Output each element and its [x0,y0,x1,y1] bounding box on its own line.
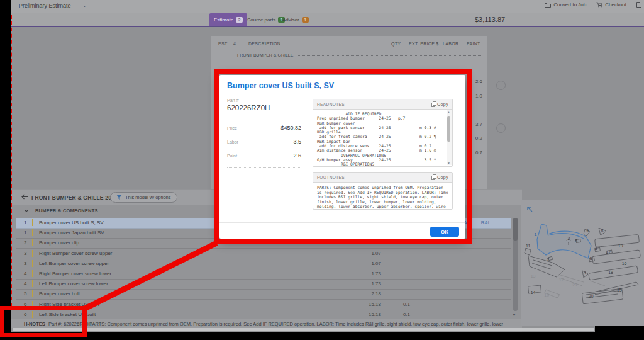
diagram-part-number: 10 [544,293,549,297]
row-price: 1.07 [356,261,381,266]
diagram-part-number: 1 [535,232,537,237]
paint-cell-value: 2.6 [475,79,482,84]
row-number: 3 [24,251,26,256]
diagram-part-number: 7 [547,258,549,262]
tab-source-parts-label: Source parts [247,17,275,23]
diagram-part-number: 8 [601,229,603,233]
row-name: Bumper cover US built S, SV [39,220,104,225]
row-name: Right Bumper cover screw lower [39,271,111,276]
diagram-part-number: 4 [584,270,586,275]
row-accent-bar [32,250,33,257]
row-labor: 0.1 [387,302,410,307]
row-price: 15.18 [356,312,381,317]
row-name: Bumper cover clip [39,240,79,246]
diagram-part-number: 14 [531,290,536,295]
row-price: 2.18 [356,291,381,297]
line-status-circle-icon[interactable] [496,123,506,133]
hnotes-footer-bar: H-NOTES Part #: 620226RZ0H PARTS: Compon… [11,319,522,328]
row-price: 1.73 [356,281,381,286]
annotation-source-rect [0,306,87,337]
row-name: Right Bumper cover screw upper [39,251,113,256]
tab-advisor[interactable]: Advisor 1 [278,13,313,26]
diagram-part-number: 13 [531,274,536,278]
diagram-part-number: 21 [572,283,577,287]
paint-cell-value: -0.2 [474,135,482,141]
checkout-label: Checkout [605,2,626,8]
row-number: 4 [24,281,26,286]
top-bar: Preliminary Estimate ⌄ Convert to Job Ch… [11,0,644,13]
screenshot-stage: Preliminary Estimate ⌄ Convert to Job Ch… [0,0,644,340]
row-name: Bumper cover bolt [39,291,80,297]
tab-advisor-label: Advisor [282,17,299,23]
diagram-part-number: 17 [606,250,611,254]
scroll-down-arrow-icon[interactable]: ▼ [512,312,516,317]
estimate-grand-total: $3,113.87 [475,16,505,23]
line-status-circle-icon[interactable] [496,81,506,90]
tab-estimate-badge: 2 [236,17,243,23]
checkout-button[interactable]: Checkout [596,2,626,8]
row-accent-bar [32,229,33,236]
diagram-part-number: 12 [559,278,564,282]
hnotes-text: PARTS: Component comes unprimed from OEM… [89,321,503,327]
list-item[interactable]: 4Right Bumper cover screw lower1.73 [16,269,511,280]
document-action-button[interactable] [636,2,641,8]
document-icon [636,2,641,8]
row-accent-bar [32,219,33,226]
row-accent-bar [32,290,33,297]
diagram-part-number: 19 [618,244,623,248]
tab-estimate[interactable]: Estimate 2 [209,13,247,26]
row-accent-bar [32,239,33,246]
folder-icon [545,3,551,8]
paint-cell-value: 1.0 [475,93,482,99]
row-accent-bar [32,260,33,267]
row-number: 5 [24,291,26,297]
row-accent-bar [32,280,33,287]
annotation-highlight-rect [214,69,472,244]
row-number: 4 [24,271,26,276]
row-name: Left Bumper cover screw upper [39,261,109,266]
row-number: 1 [24,220,26,225]
convert-to-job-button[interactable]: Convert to Job [545,2,586,8]
diagram-part-number: 5 [590,256,592,261]
diagram-part-number: 18 [608,270,613,275]
diagram-part-number: 11 [526,244,530,248]
row-accent-bar [32,270,33,277]
convert-to-job-label: Convert to Job [553,2,586,8]
tab-bar: Estimate 2 Source parts 1 Advisor 1 $3,1… [11,13,644,26]
scrollbar-thumb[interactable] [513,218,518,241]
diagram-part-number: 2 [567,236,570,241]
row-action-[interactable]: … [498,220,503,225]
diagram-part-number: 6 [575,239,577,243]
list-item[interactable]: 3Left Bumper cover screw upper1.07 [16,259,511,269]
tab-estimate-label: Estimate [214,17,233,23]
row-name: Left Bumper cover screw lower [39,281,108,286]
tab-advisor-badge: 1 [302,17,309,23]
diagram-part-number: 16 [622,261,627,266]
row-name: Bumper cover Japan built SV [39,230,104,235]
tab-bar-underline [11,26,644,27]
estimate-title-dropdown[interactable]: Preliminary Estimate [19,3,71,9]
pan-arrow-icon[interactable] [526,205,533,213]
row-action-ri[interactable]: R&I [481,220,489,225]
row-price: 15.18 [356,302,381,307]
horizontal-scrollbar[interactable] [13,328,594,331]
diagram-part-number: 3 [595,246,597,251]
parts-list-scrollbar[interactable] [513,218,518,311]
list-item[interactable]: 5Bumper cover bolt2.18 [16,289,511,300]
diagram-part-number: 15 [617,288,622,292]
row-price: 1.07 [356,251,381,256]
cart-icon [596,2,602,8]
row-labor: 0.1 [387,312,410,317]
list-item[interactable]: 3Right Bumper cover screw upper1.07 [16,249,511,259]
row-number: 2 [24,240,26,246]
parts-diagram-panel: 111726983541719161815201312211014 [521,200,644,326]
chevron-down-icon[interactable]: ⌄ [82,3,87,8]
paint-cell-value: 0.7 [475,150,482,156]
row-number: 3 [24,261,26,266]
paint-cell-value: 3.7 [475,122,482,127]
annotation-dashed-line [11,15,12,307]
list-item[interactable]: 4Left Bumper cover screw lower1.73 [16,279,511,290]
row-number: 1 [24,230,26,235]
row-price: 1.73 [356,271,381,276]
diagram-part-number: 20 [589,294,594,298]
